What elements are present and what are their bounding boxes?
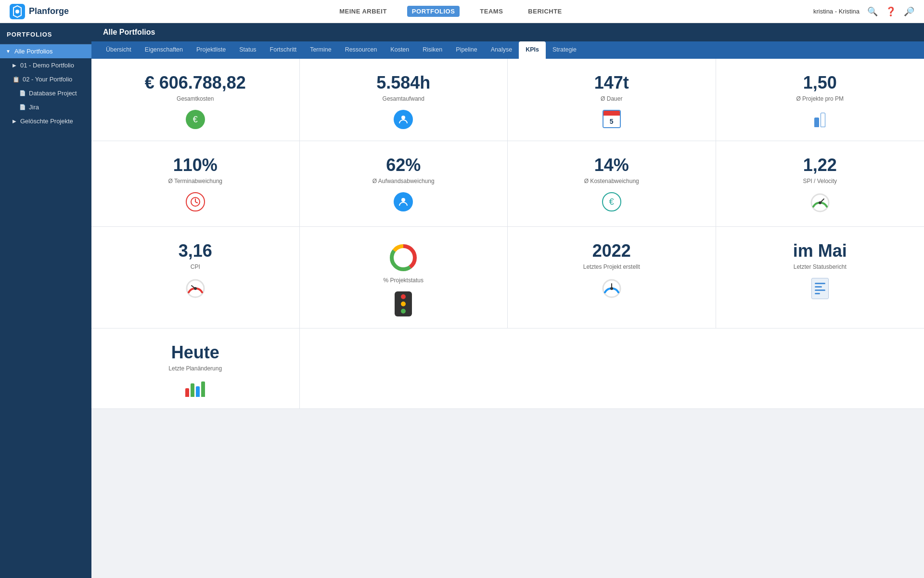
kpi-terminabweichung-icon-wrap [186,192,205,211]
main-content: Alle Portfolios Übersicht Eigenschaften … [91,23,924,578]
speedometer-green-icon [809,192,831,213]
kpi-letzte-plananderung: Heute Letzte Planänderung [91,328,300,409]
logo-icon [10,4,25,19]
kpi-projektstatus-label: % Projektstatus [384,277,424,284]
sidebar-item-demo-portfolio[interactable]: ▶ 01 - Demo Portfolio [0,58,91,72]
kpi-gesamtaufwand: 5.584h Gesamtaufwand [300,59,508,141]
sidebar-item-database[interactable]: 📄 Database Project [0,86,91,100]
donut-chart [388,242,419,273]
user-label[interactable]: kristina - Kristina [813,8,860,15]
svg-point-1 [15,10,19,13]
kpi-projekte-pm: 1,50 Ø Projekte pro PM [716,59,924,141]
nav-berichte[interactable]: BERICHTE [523,6,566,17]
kpi-terminabweichung-label: Ø Terminabweichung [168,178,222,184]
kpi-dauer-label: Ø Dauer [601,95,622,102]
report-line-1 [815,283,825,284]
tab-ressourcen[interactable]: Ressourcen [338,41,384,59]
kpi-terminabweichung-value: 110% [173,157,218,174]
expand-icon-3: ▶ [13,118,16,124]
kpi-dauer-icon-wrap: 5 [603,110,621,128]
kpi-spi-velocity-value: 1,22 [803,157,837,174]
euro-green-icon: € [186,110,205,129]
sidebar-item-jira[interactable]: 📄 Jira [0,100,91,114]
kpi-empty-2 [508,328,716,409]
nav-teams[interactable]: TEAMS [475,6,508,17]
sidebar-header: PORTFOLIOS [0,23,91,44]
tab-analyse[interactable]: Analyse [484,41,519,59]
tab-pipeline[interactable]: Pipeline [449,41,484,59]
kpi-row-3: 3,16 CPI [91,227,924,328]
bar-chart-2-icon [185,380,205,397]
kpi-projektstatus: % Projektstatus [300,227,508,328]
kpi-spi-velocity-label: SPI / Velocity [803,178,837,184]
tab-ubersicht[interactable]: Übersicht [99,41,138,59]
kpi-gesamtaufwand-value: 5.584h [376,74,430,92]
kpi-letzte-plananderung-icon-wrap [185,380,205,397]
tab-strategie[interactable]: Strategie [546,41,583,59]
sidebar-doc-icon-2: 📄 [19,104,26,110]
tab-termine[interactable]: Termine [303,41,338,59]
logo-text: Planforge [29,6,69,16]
tab-projektliste[interactable]: Projektliste [190,41,232,59]
top-navigation: Planforge MEINE ARBEIT PORTFOLIOS TEAMS … [0,0,924,23]
report-icon [811,278,829,299]
sidebar-item-geloschte[interactable]: ▶ Gelöschte Projekte [0,114,91,128]
bar-2 [191,383,194,397]
speedometer-red-icon [185,278,206,299]
logo-area[interactable]: Planforge [10,4,69,19]
svg-point-14 [610,287,613,290]
clock-red-icon [186,192,205,211]
kpi-empty-1 [300,328,508,409]
bar-3 [196,386,200,397]
kpi-letztes-projekt-value: 2022 [592,242,631,260]
tab-fortschritt[interactable]: Fortschritt [263,41,304,59]
kpi-cpi-value: 3,16 [179,242,212,260]
sidebar-item-your-portfolio[interactable]: 📋 02 - Your Portfolio [0,72,91,86]
kpi-area: € 606.788,82 Gesamtkosten € 5.584h Gesam… [91,59,924,578]
kpi-gesamtaufwand-label: Gesamtaufwand [383,95,424,102]
kpi-empty-3 [716,328,924,409]
sidebar-item-label: 01 - Demo Portfolio [20,62,74,69]
search-icon[interactable]: 🔍 [867,6,878,17]
tab-risiken[interactable]: Risiken [416,41,449,59]
svg-point-8 [194,287,197,290]
tab-status[interactable]: Status [232,41,263,59]
tl-red [401,294,406,299]
kpi-aufwandsabweichung-label: Ø Aufwandsabweichung [372,178,435,184]
traffic-light-icon [395,291,412,316]
sidebar-item-alle-portfolios[interactable]: ▼ Alle Portfolios [0,44,91,58]
kpi-projektstatus-icon-wrap [395,291,412,316]
sidebar-item-label: 02 - Your Portfolio [23,76,72,83]
kpi-projekte-pm-value: 1,50 [803,74,837,92]
kpi-cpi: 3,16 CPI [91,227,300,328]
tab-eigenschaften[interactable]: Eigenschaften [138,41,190,59]
nav-right: kristina - Kristina 🔍 ❓ 🔎 [813,6,914,17]
settings-icon[interactable]: 🔎 [904,6,914,17]
kpi-statusbericht-label: Letzter Statusbericht [794,263,847,270]
tl-yellow [401,302,406,306]
help-icon[interactable]: ❓ [886,6,896,17]
nav-meine-arbeit[interactable]: MEINE ARBEIT [334,6,392,17]
nav-portfolios[interactable]: PORTFOLIOS [407,6,460,17]
sidebar-item-label: Database Project [29,90,77,97]
person-circle-blue-icon [394,192,413,211]
speedometer-blue-icon [601,278,622,299]
kpi-letzte-plananderung-label: Letzte Planänderung [168,365,222,372]
calendar-icon: 5 [603,110,621,128]
kpi-kostenabweichung-label: Ø Kostenabweichung [584,178,639,184]
kpi-aufwandsabweichung-value: 62% [386,157,421,174]
kpi-kostenabweichung-value: 14% [594,157,629,174]
kpi-gesamtkosten-value: € 606.788,82 [145,74,246,92]
tl-green [401,309,406,314]
sidebar-item-label: Alle Portfolios [14,48,52,55]
kpi-aufwandsabweichung-icon-wrap [394,192,413,211]
tab-kosten[interactable]: Kosten [384,41,416,59]
kpi-cpi-icon-wrap [185,278,206,301]
kpi-kostenabweichung-icon-wrap: € [602,192,621,211]
bar-chart-icon [814,110,825,127]
tab-kpis[interactable]: KPIs [519,41,546,59]
kpi-spi-velocity: 1,22 SPI / Velocity [716,141,924,227]
kpi-letztes-projekt-label: Letztes Projekt erstellt [583,263,640,270]
kpi-dauer-value: 147t [594,74,629,92]
sidebar-doc-icon: 📄 [19,90,26,96]
